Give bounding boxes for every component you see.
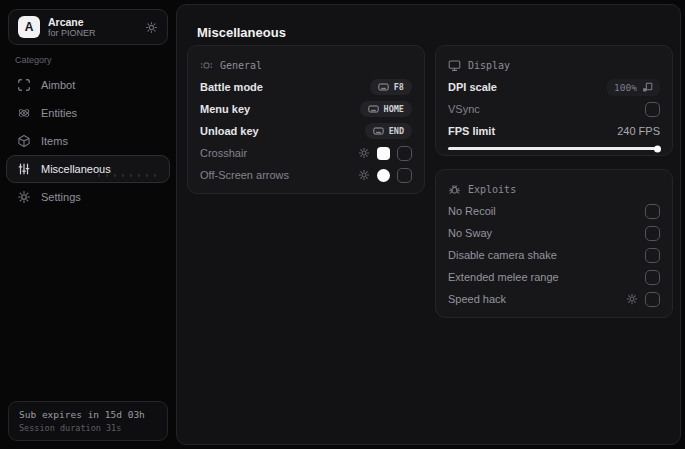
- page-title: Miscellaneous: [197, 25, 286, 40]
- miscellaneous-sliders-icon: [17, 162, 31, 176]
- app-logo: A: [18, 16, 40, 38]
- session-duration-text: Session duration 31s: [19, 423, 157, 433]
- sidebar-item-miscellaneous[interactable]: Miscellaneous: [6, 155, 170, 183]
- scale-icon: [642, 82, 653, 93]
- setting-row-battle-mode: Battle mode F8: [200, 76, 412, 98]
- setting-label: Off-Screen arrows: [200, 169, 289, 181]
- sidebar-item-items[interactable]: Items: [6, 127, 170, 155]
- setting-label: Battle mode: [200, 81, 263, 93]
- crosshair-color-swatch[interactable]: [377, 147, 390, 160]
- setting-row-vsync: VSync: [448, 98, 660, 120]
- setting-label: Disable camera shake: [448, 249, 557, 261]
- setting-label: Speed hack: [448, 293, 506, 305]
- setting-label: FPS limit: [448, 125, 495, 137]
- offscreen-settings-gear-icon[interactable]: [358, 169, 370, 181]
- no-sway-checkbox[interactable]: [645, 226, 660, 241]
- sidebar-nav: Aimbot Entities Items Miscellaneous S: [6, 71, 170, 211]
- entities-atom-icon: [17, 106, 31, 120]
- exploits-card-header: Exploits: [448, 180, 660, 198]
- exploits-card: Exploits No Recoil No Sway Disable camer…: [435, 169, 673, 318]
- offscreen-checkbox[interactable]: [397, 168, 412, 183]
- offscreen-color-swatch[interactable]: [377, 169, 390, 182]
- display-card-header: Display: [448, 56, 660, 74]
- melee-range-checkbox[interactable]: [645, 270, 660, 285]
- crosshair-settings-gear-icon[interactable]: [358, 147, 370, 159]
- main-panel: Miscellaneous General Battle mode F8 Men…: [176, 4, 681, 445]
- vsync-checkbox[interactable]: [645, 102, 660, 117]
- sidebar-item-settings[interactable]: Settings: [6, 183, 170, 211]
- setting-label: Extended melee range: [448, 271, 559, 283]
- crosshair-checkbox[interactable]: [397, 146, 412, 161]
- keyboard-icon: [378, 83, 389, 91]
- speed-hack-settings-gear-icon[interactable]: [626, 293, 638, 305]
- setting-label: DPI scale: [448, 81, 497, 93]
- setting-row-extended-melee-range: Extended melee range: [448, 266, 660, 288]
- general-card-header: General: [200, 56, 412, 74]
- no-recoil-checkbox[interactable]: [645, 204, 660, 219]
- setting-row-no-sway: No Sway: [448, 222, 660, 244]
- setting-label: No Sway: [448, 227, 492, 239]
- setting-label: Unload key: [200, 125, 259, 137]
- setting-row-crosshair: Crosshair: [200, 142, 412, 164]
- app-name: Arcane: [48, 16, 96, 28]
- setting-row-fps-limit: FPS limit 240 FPS: [448, 120, 660, 142]
- sidebar-item-aimbot[interactable]: Aimbot: [6, 71, 170, 99]
- sidebar: A Arcane for PIONER Category Aimbot Enti…: [0, 0, 176, 449]
- setting-label: VSync: [448, 103, 480, 115]
- fps-limit-value: 240 FPS: [617, 125, 660, 137]
- setting-row-no-recoil: No Recoil: [448, 200, 660, 222]
- sidebar-item-label: Settings: [41, 191, 81, 203]
- setting-row-offscreen-arrows: Off-Screen arrows: [200, 164, 412, 186]
- subscription-info-card: Sub expires in 15d 03h Session duration …: [8, 401, 168, 441]
- speed-hack-checkbox[interactable]: [645, 292, 660, 307]
- setting-row-speed-hack: Speed hack: [448, 288, 660, 310]
- app-subtitle: for PIONER: [48, 28, 96, 39]
- sidebar-item-label: Items: [41, 135, 68, 147]
- setting-label: Crosshair: [200, 147, 247, 159]
- setting-label: No Recoil: [448, 205, 496, 217]
- keybind-button[interactable]: F8: [370, 79, 412, 95]
- app-title-block: Arcane for PIONER: [48, 16, 96, 39]
- fps-limit-slider[interactable]: [448, 147, 660, 150]
- category-label: Category: [15, 55, 52, 65]
- setting-row-menu-key: Menu key HOME: [200, 98, 412, 120]
- header-gear-icon[interactable]: [145, 21, 158, 34]
- exploits-card-title: Exploits: [468, 184, 516, 195]
- bug-icon: [448, 183, 461, 196]
- setting-label: Menu key: [200, 103, 250, 115]
- keybind-value: F8: [394, 82, 404, 92]
- sidebar-item-label: Aimbot: [41, 79, 75, 91]
- display-card-title: Display: [468, 60, 510, 71]
- keybind-button[interactable]: HOME: [360, 101, 412, 117]
- active-item-texture: [95, 173, 159, 178]
- setting-row-dpi-scale: DPI scale 100%: [448, 76, 660, 98]
- keyboard-icon: [373, 127, 384, 135]
- sidebar-item-entities[interactable]: Entities: [6, 99, 170, 127]
- keybind-value: HOME: [384, 104, 404, 114]
- sidebar-item-label: Entities: [41, 107, 77, 119]
- fps-limit-slider-knob[interactable]: [654, 145, 661, 152]
- aimbot-scan-icon: [17, 78, 31, 92]
- dpi-scale-button[interactable]: 100%: [607, 79, 660, 96]
- keyboard-icon: [368, 105, 379, 113]
- app-header-card: A Arcane for PIONER: [8, 9, 168, 45]
- general-card: General Battle mode F8 Menu key HOME Unl…: [187, 45, 425, 194]
- camera-shake-checkbox[interactable]: [645, 248, 660, 263]
- monitor-icon: [448, 59, 461, 72]
- keybind-button[interactable]: END: [365, 123, 412, 139]
- settings-gear-icon: [17, 190, 31, 204]
- general-card-title: General: [220, 60, 262, 71]
- items-cube-icon: [17, 134, 31, 148]
- keybind-value: END: [389, 126, 404, 136]
- setting-row-unload-key: Unload key END: [200, 120, 412, 142]
- dpi-scale-value: 100%: [614, 82, 637, 93]
- setting-row-disable-camera-shake: Disable camera shake: [448, 244, 660, 266]
- display-card: Display DPI scale 100% VSync FPS limit 2…: [435, 45, 673, 156]
- general-grid-icon: [200, 59, 213, 72]
- sub-expires-text: Sub expires in 15d 03h: [19, 409, 157, 420]
